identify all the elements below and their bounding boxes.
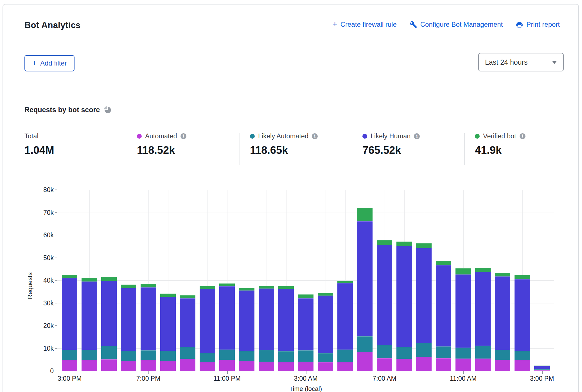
bar-segment-likely-human bbox=[416, 248, 432, 343]
info-icon[interactable]: i bbox=[312, 133, 318, 139]
bar-hour-6[interactable] bbox=[180, 295, 195, 371]
bar-segment-likely-human bbox=[534, 366, 550, 369]
stat-total-label: Total bbox=[24, 132, 39, 140]
stat-divider bbox=[464, 133, 465, 165]
bar-segment-likely-human bbox=[475, 272, 491, 346]
bar-hour-14[interactable] bbox=[337, 281, 353, 371]
bar-segment-likely-human bbox=[121, 288, 136, 351]
bar-hour-10[interactable] bbox=[259, 286, 274, 371]
bar-segment-verified-bot bbox=[377, 240, 392, 245]
bar-hour-0[interactable] bbox=[62, 275, 77, 371]
bar-hour-24[interactable] bbox=[534, 366, 550, 371]
bar-hour-15[interactable] bbox=[357, 208, 373, 371]
bar-segment-likely-human bbox=[62, 278, 77, 350]
bot-analytics-card: Bot Analytics + Create firewall rule Con… bbox=[3, 4, 579, 392]
bar-hour-12[interactable] bbox=[298, 294, 313, 371]
bar-segment-automated bbox=[337, 362, 353, 371]
bar-segment-likely-human bbox=[357, 221, 373, 336]
bar-segment-automated bbox=[396, 359, 412, 371]
bar-hour-1[interactable] bbox=[82, 278, 97, 371]
bar-segment-likely-automated bbox=[436, 346, 451, 358]
bar-segment-likely-automated bbox=[259, 350, 274, 362]
bar-segment-verified-bot bbox=[515, 275, 530, 279]
bar-hour-19[interactable] bbox=[436, 261, 451, 371]
stat-divider bbox=[240, 133, 240, 165]
bar-hour-22[interactable] bbox=[495, 273, 510, 371]
stat-total-value: 1.04M bbox=[24, 144, 54, 156]
bar-segment-likely-human bbox=[239, 290, 254, 351]
bar-segment-likely-automated bbox=[318, 353, 333, 362]
y-axis-tick bbox=[55, 303, 57, 303]
bar-segment-automated bbox=[180, 359, 195, 371]
bar-hour-21[interactable] bbox=[475, 268, 491, 371]
bar-segment-likely-automated bbox=[455, 348, 471, 359]
stat-total: Total 1.04M bbox=[24, 132, 54, 156]
bar-hour-4[interactable] bbox=[141, 284, 156, 371]
create-firewall-rule-link[interactable]: + Create firewall rule bbox=[332, 21, 397, 28]
x-axis-tick bbox=[385, 371, 385, 374]
bar-hour-7[interactable] bbox=[200, 286, 215, 371]
bar-segment-verified-bot bbox=[416, 243, 432, 248]
print-report-link[interactable]: Print report bbox=[516, 21, 560, 28]
bar-segment-verified-bot bbox=[200, 286, 215, 289]
bar-segment-automated bbox=[515, 360, 530, 371]
info-icon[interactable]: i bbox=[181, 133, 186, 139]
bar-segment-verified-bot bbox=[82, 278, 97, 281]
bar-segment-verified-bot bbox=[298, 294, 313, 298]
print-report-label: Print report bbox=[526, 21, 560, 28]
time-range-select[interactable]: Last 24 hours bbox=[478, 53, 564, 71]
bar-hour-8[interactable] bbox=[219, 283, 235, 371]
bar-segment-verified-bot bbox=[101, 277, 117, 281]
bar-hour-13[interactable] bbox=[318, 293, 333, 371]
bar-segment-automated bbox=[82, 360, 97, 371]
bar-segment-likely-automated bbox=[141, 350, 156, 360]
likely-automated-dot-icon bbox=[250, 134, 255, 139]
bar-segment-likely-automated bbox=[101, 346, 117, 359]
bar-segment-likely-automated bbox=[475, 346, 491, 359]
y-axis-tick-label: 30k bbox=[20, 299, 54, 307]
bar-hour-20[interactable] bbox=[455, 268, 471, 371]
wrench-icon bbox=[410, 21, 417, 28]
stat-automated-value: 118.52k bbox=[137, 144, 186, 156]
y-axis-tick-label: 0 bbox=[20, 367, 54, 375]
x-axis-tick bbox=[306, 371, 306, 374]
bar-segment-likely-human bbox=[160, 297, 176, 351]
printer-icon bbox=[516, 21, 523, 28]
bar-segment-likely-human bbox=[436, 265, 451, 346]
info-icon[interactable]: i bbox=[520, 133, 525, 139]
bar-segment-likely-automated bbox=[416, 343, 432, 357]
bar-segment-automated bbox=[160, 361, 176, 371]
bar-hour-2[interactable] bbox=[101, 277, 117, 371]
y-axis-tick bbox=[55, 280, 57, 281]
configure-bot-management-link[interactable]: Configure Bot Management bbox=[410, 21, 503, 28]
bar-segment-verified-bot bbox=[180, 295, 195, 298]
add-filter-button[interactable]: + Add filter bbox=[24, 55, 75, 71]
bar-segment-likely-human bbox=[278, 289, 294, 351]
x-axis-tick bbox=[227, 371, 228, 374]
pie-chart-icon bbox=[104, 106, 111, 114]
bar-segment-automated bbox=[62, 360, 77, 371]
y-axis-tick-label: 40k bbox=[20, 277, 54, 284]
bar-segment-likely-automated bbox=[62, 350, 77, 360]
bar-segment-likely-human bbox=[396, 246, 412, 347]
bar-segment-likely-automated bbox=[298, 350, 313, 362]
bar-hour-18[interactable] bbox=[416, 243, 432, 371]
x-axis-tick bbox=[542, 371, 543, 374]
bar-segment-automated bbox=[121, 361, 136, 371]
section-title: Requests by bot score bbox=[24, 106, 100, 114]
bar-hour-5[interactable] bbox=[160, 294, 176, 371]
bar-hour-11[interactable] bbox=[278, 286, 294, 371]
y-axis-tick bbox=[55, 325, 57, 326]
bar-hour-9[interactable] bbox=[239, 288, 254, 371]
bar-hour-16[interactable] bbox=[377, 240, 392, 371]
stat-divider bbox=[127, 133, 127, 165]
y-axis-tick-label: 80k bbox=[20, 186, 54, 194]
bar-hour-17[interactable] bbox=[396, 242, 412, 371]
y-axis-tick bbox=[55, 212, 57, 213]
bar-segment-automated bbox=[200, 362, 215, 371]
bar-hour-23[interactable] bbox=[515, 275, 530, 371]
bar-hour-3[interactable] bbox=[121, 285, 136, 371]
bar-segment-likely-automated bbox=[495, 350, 510, 360]
bar-segment-verified-bot bbox=[62, 275, 77, 278]
info-icon[interactable]: i bbox=[414, 133, 420, 139]
